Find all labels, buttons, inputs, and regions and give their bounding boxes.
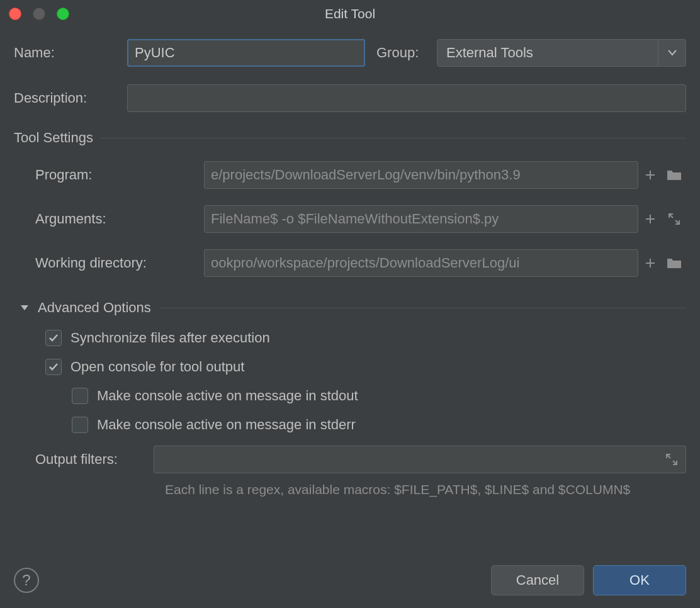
group-label: Group: [376, 45, 437, 61]
arguments-input[interactable] [204, 205, 638, 233]
cancel-button-label: Cancel [516, 572, 559, 588]
open-console-label: Open console for tool output [71, 359, 244, 375]
description-input[interactable] [127, 84, 686, 112]
stdout-label: Make console active on message in stdout [97, 388, 358, 404]
help-icon: ? [22, 571, 30, 589]
advanced-options-title: Advanced Options [38, 300, 151, 316]
sync-files-checkbox[interactable] [45, 330, 62, 346]
program-input[interactable] [204, 161, 638, 189]
tool-settings-section: Tool Settings [14, 130, 686, 146]
window-minimize-button[interactable] [33, 8, 45, 20]
working-directory-label: Working directory: [35, 255, 204, 271]
insert-macro-button[interactable] [638, 205, 662, 233]
browse-folder-icon[interactable] [662, 249, 686, 277]
chevron-down-icon[interactable] [658, 40, 686, 66]
ok-button[interactable]: OK [593, 565, 686, 595]
output-filters-label: Output filters: [35, 451, 145, 468]
cancel-button[interactable]: Cancel [491, 565, 584, 595]
group-select[interactable]: External Tools [437, 39, 686, 67]
arguments-label: Arguments: [35, 211, 204, 227]
output-filters-input[interactable] [154, 446, 662, 473]
chevron-down-icon [20, 303, 29, 312]
insert-macro-button[interactable] [638, 161, 662, 189]
stderr-label: Make console active on message in stderr [97, 417, 356, 433]
ok-button-label: OK [629, 572, 650, 588]
help-button[interactable]: ? [14, 568, 39, 593]
description-label: Description: [14, 90, 127, 106]
insert-macro-button[interactable] [638, 249, 662, 277]
browse-folder-icon[interactable] [662, 161, 686, 189]
titlebar: Edit Tool [0, 0, 700, 28]
window-close-button[interactable] [9, 8, 21, 20]
separator [160, 308, 686, 308]
name-label: Name: [14, 45, 127, 61]
stdout-checkbox[interactable] [72, 388, 88, 404]
expand-icon[interactable] [662, 205, 686, 233]
open-console-checkbox[interactable] [45, 359, 62, 375]
sync-files-label: Synchronize files after execution [71, 330, 270, 346]
program-label: Program: [35, 167, 204, 183]
tool-settings-title: Tool Settings [14, 130, 93, 146]
traffic-lights [9, 8, 69, 20]
advanced-options-toggle[interactable]: Advanced Options [20, 300, 686, 316]
window-title: Edit Tool [325, 6, 375, 21]
group-select-value: External Tools [438, 45, 658, 61]
name-input[interactable] [127, 39, 365, 67]
expand-icon[interactable] [662, 446, 682, 473]
output-filters-hint: Each line is a regex, available macros: … [45, 482, 686, 497]
working-directory-input[interactable] [204, 249, 638, 277]
stderr-checkbox[interactable] [72, 417, 88, 433]
separator [101, 138, 686, 138]
window-zoom-button[interactable] [57, 8, 69, 20]
